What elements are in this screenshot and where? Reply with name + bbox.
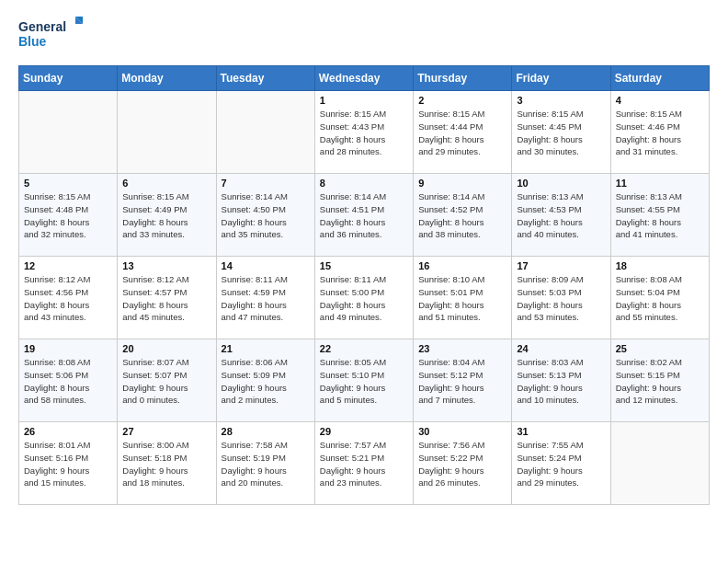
- day-cell: 28Sunrise: 7:58 AM Sunset: 5:19 PM Dayli…: [216, 422, 314, 505]
- day-number: 6: [122, 178, 210, 189]
- day-number: 2: [418, 95, 506, 106]
- day-cell: 18Sunrise: 8:08 AM Sunset: 5:04 PM Dayli…: [610, 257, 709, 339]
- day-number: 20: [122, 343, 210, 354]
- day-info: Sunrise: 8:15 AM Sunset: 4:44 PM Dayligh…: [418, 108, 506, 158]
- day-number: 31: [517, 426, 605, 437]
- day-cell: 10Sunrise: 8:13 AM Sunset: 4:53 PM Dayli…: [512, 174, 610, 257]
- day-info: Sunrise: 8:15 AM Sunset: 4:46 PM Dayligh…: [616, 108, 704, 158]
- day-cell: 15Sunrise: 8:11 AM Sunset: 5:00 PM Dayli…: [314, 257, 413, 339]
- day-info: Sunrise: 8:14 AM Sunset: 4:51 PM Dayligh…: [320, 190, 408, 241]
- day-number: 14: [222, 260, 310, 271]
- day-number: 19: [24, 343, 112, 354]
- day-number: 17: [517, 260, 605, 271]
- weekday-header-friday: Friday: [512, 66, 610, 91]
- weekday-header-wednesday: Wednesday: [314, 66, 413, 91]
- day-number: 25: [616, 343, 704, 354]
- day-number: 7: [222, 178, 310, 189]
- day-info: Sunrise: 8:01 AM Sunset: 5:16 PM Dayligh…: [24, 439, 112, 489]
- day-cell: 1Sunrise: 8:15 AM Sunset: 4:43 PM Daylig…: [314, 91, 413, 174]
- day-number: 8: [320, 178, 408, 189]
- week-row-1: 1Sunrise: 8:15 AM Sunset: 4:43 PM Daylig…: [19, 91, 710, 174]
- day-number: 1: [320, 95, 408, 106]
- day-info: Sunrise: 8:08 AM Sunset: 5:06 PM Dayligh…: [24, 356, 112, 407]
- day-info: Sunrise: 8:03 AM Sunset: 5:13 PM Dayligh…: [517, 356, 605, 407]
- weekday-header-sunday: Sunday: [19, 66, 118, 91]
- day-cell: 4Sunrise: 8:15 AM Sunset: 4:46 PM Daylig…: [610, 91, 709, 174]
- day-cell: 8Sunrise: 8:14 AM Sunset: 4:51 PM Daylig…: [314, 174, 413, 257]
- day-number: 28: [222, 426, 310, 437]
- day-number: 18: [616, 260, 704, 271]
- day-number: 4: [616, 95, 704, 106]
- day-cell: [19, 91, 118, 174]
- day-cell: 23Sunrise: 8:04 AM Sunset: 5:12 PM Dayli…: [414, 339, 512, 422]
- day-info: Sunrise: 8:05 AM Sunset: 5:10 PM Dayligh…: [320, 356, 408, 407]
- day-number: 10: [517, 178, 605, 189]
- day-cell: 30Sunrise: 7:56 AM Sunset: 5:22 PM Dayli…: [414, 422, 512, 505]
- day-number: 21: [222, 343, 310, 354]
- day-cell: 16Sunrise: 8:10 AM Sunset: 5:01 PM Dayli…: [414, 257, 512, 339]
- day-info: Sunrise: 7:56 AM Sunset: 5:22 PM Dayligh…: [418, 439, 506, 489]
- day-info: Sunrise: 8:12 AM Sunset: 4:57 PM Dayligh…: [122, 273, 210, 324]
- day-cell: 3Sunrise: 8:15 AM Sunset: 4:45 PM Daylig…: [512, 91, 610, 174]
- day-info: Sunrise: 8:15 AM Sunset: 4:45 PM Dayligh…: [517, 108, 605, 158]
- day-info: Sunrise: 8:11 AM Sunset: 4:59 PM Dayligh…: [222, 273, 310, 324]
- day-cell: 25Sunrise: 8:02 AM Sunset: 5:15 PM Dayli…: [610, 339, 709, 422]
- day-info: Sunrise: 8:15 AM Sunset: 4:48 PM Dayligh…: [24, 190, 112, 241]
- day-cell: 7Sunrise: 8:14 AM Sunset: 4:50 PM Daylig…: [216, 174, 314, 257]
- day-number: 13: [122, 260, 210, 271]
- day-info: Sunrise: 8:12 AM Sunset: 4:56 PM Dayligh…: [24, 273, 112, 324]
- day-number: 24: [517, 343, 605, 354]
- logo: General Blue: [18, 15, 83, 56]
- day-cell: 26Sunrise: 8:01 AM Sunset: 5:16 PM Dayli…: [19, 422, 118, 505]
- weekday-header-monday: Monday: [118, 66, 216, 91]
- day-cell: 12Sunrise: 8:12 AM Sunset: 4:56 PM Dayli…: [19, 257, 118, 339]
- day-info: Sunrise: 8:00 AM Sunset: 5:18 PM Dayligh…: [122, 439, 210, 489]
- weekday-header-saturday: Saturday: [610, 66, 709, 91]
- day-cell: 5Sunrise: 8:15 AM Sunset: 4:48 PM Daylig…: [19, 174, 118, 257]
- week-row-5: 26Sunrise: 8:01 AM Sunset: 5:16 PM Dayli…: [19, 422, 710, 505]
- day-cell: 24Sunrise: 8:03 AM Sunset: 5:13 PM Dayli…: [512, 339, 610, 422]
- day-info: Sunrise: 8:13 AM Sunset: 4:55 PM Dayligh…: [616, 190, 704, 241]
- day-info: Sunrise: 8:14 AM Sunset: 4:52 PM Dayligh…: [418, 190, 506, 241]
- day-cell: [610, 422, 709, 505]
- day-cell: 19Sunrise: 8:08 AM Sunset: 5:06 PM Dayli…: [19, 339, 118, 422]
- day-info: Sunrise: 8:08 AM Sunset: 5:04 PM Dayligh…: [616, 273, 704, 324]
- day-cell: 13Sunrise: 8:12 AM Sunset: 4:57 PM Dayli…: [118, 257, 216, 339]
- day-info: Sunrise: 8:15 AM Sunset: 4:43 PM Dayligh…: [320, 108, 408, 158]
- day-info: Sunrise: 8:06 AM Sunset: 5:09 PM Dayligh…: [222, 356, 310, 407]
- day-cell: [216, 91, 314, 174]
- day-cell: 21Sunrise: 8:06 AM Sunset: 5:09 PM Dayli…: [216, 339, 314, 422]
- day-cell: 11Sunrise: 8:13 AM Sunset: 4:55 PM Dayli…: [610, 174, 709, 257]
- day-cell: [118, 91, 216, 174]
- day-number: 5: [24, 178, 112, 189]
- header: General Blue: [18, 15, 710, 56]
- day-number: 12: [24, 260, 112, 271]
- weekday-header-thursday: Thursday: [414, 66, 512, 91]
- day-info: Sunrise: 8:13 AM Sunset: 4:53 PM Dayligh…: [517, 190, 605, 241]
- day-info: Sunrise: 7:55 AM Sunset: 5:24 PM Dayligh…: [517, 439, 605, 489]
- day-cell: 27Sunrise: 8:00 AM Sunset: 5:18 PM Dayli…: [118, 422, 216, 505]
- day-cell: 17Sunrise: 8:09 AM Sunset: 5:03 PM Dayli…: [512, 257, 610, 339]
- day-number: 16: [418, 260, 506, 271]
- day-info: Sunrise: 8:11 AM Sunset: 5:00 PM Dayligh…: [320, 273, 408, 324]
- day-number: 15: [320, 260, 408, 271]
- day-info: Sunrise: 8:04 AM Sunset: 5:12 PM Dayligh…: [418, 356, 506, 407]
- logo-svg: General Blue: [18, 15, 83, 56]
- day-info: Sunrise: 8:02 AM Sunset: 5:15 PM Dayligh…: [616, 356, 704, 407]
- day-info: Sunrise: 7:58 AM Sunset: 5:19 PM Dayligh…: [222, 439, 310, 489]
- calendar-page: General Blue SundayMondayTuesdayWednesda…: [0, 0, 728, 523]
- svg-text:Blue: Blue: [18, 34, 47, 49]
- day-number: 23: [418, 343, 506, 354]
- day-number: 9: [418, 178, 506, 189]
- svg-text:General: General: [18, 19, 66, 34]
- week-row-3: 12Sunrise: 8:12 AM Sunset: 4:56 PM Dayli…: [19, 257, 710, 339]
- day-info: Sunrise: 7:57 AM Sunset: 5:21 PM Dayligh…: [320, 439, 408, 489]
- week-row-4: 19Sunrise: 8:08 AM Sunset: 5:06 PM Dayli…: [19, 339, 710, 422]
- weekday-header-tuesday: Tuesday: [216, 66, 314, 91]
- day-number: 22: [320, 343, 408, 354]
- day-info: Sunrise: 8:10 AM Sunset: 5:01 PM Dayligh…: [418, 273, 506, 324]
- day-info: Sunrise: 8:15 AM Sunset: 4:49 PM Dayligh…: [122, 190, 210, 241]
- day-info: Sunrise: 8:07 AM Sunset: 5:07 PM Dayligh…: [122, 356, 210, 407]
- day-cell: 20Sunrise: 8:07 AM Sunset: 5:07 PM Dayli…: [118, 339, 216, 422]
- day-cell: 6Sunrise: 8:15 AM Sunset: 4:49 PM Daylig…: [118, 174, 216, 257]
